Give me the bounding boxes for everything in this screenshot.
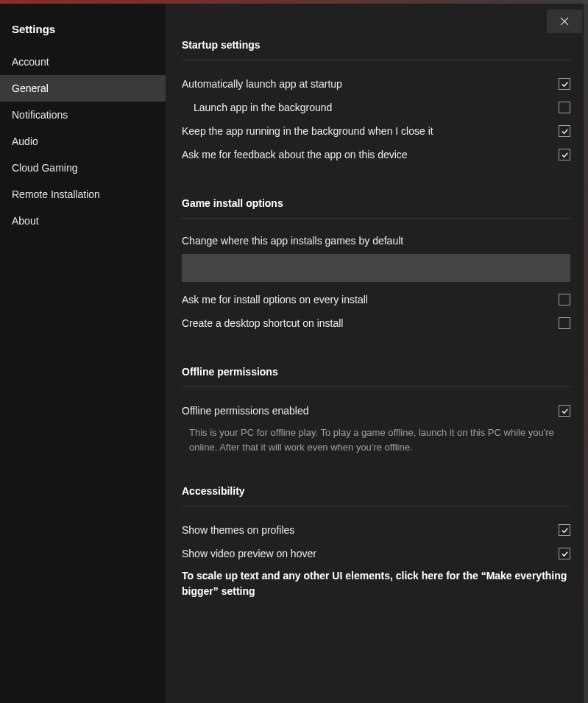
settings-sidebar: Settings AccountGeneralNotificationsAudi… xyxy=(0,4,166,703)
row-launch-bg: Launch app in the background xyxy=(182,96,570,119)
sidebar-item-notifications[interactable]: Notifications xyxy=(0,102,166,128)
checkbox-video-preview[interactable] xyxy=(559,548,570,559)
label-keep-running: Keep the app running in the background w… xyxy=(182,125,433,137)
check-icon xyxy=(561,151,569,159)
label-change-location: Change where this app installs games by … xyxy=(182,230,570,254)
section-title-install: Game install options xyxy=(182,197,570,219)
sidebar-title: Settings xyxy=(0,17,166,49)
close-icon xyxy=(560,17,569,26)
label-desktop-shortcut: Create a desktop shortcut on install xyxy=(182,317,343,329)
scale-settings-link[interactable]: To scale up text and any other UI elemen… xyxy=(182,565,570,599)
checkbox-launch-bg[interactable] xyxy=(559,102,570,113)
offline-helper-text: This is your PC for offline play. To pla… xyxy=(182,423,570,454)
label-offline-enabled: Offline permissions enabled xyxy=(182,405,309,417)
checkbox-themes[interactable] xyxy=(559,524,570,536)
row-offline-enabled: Offline permissions enabled xyxy=(182,399,570,423)
checkbox-auto-launch[interactable] xyxy=(559,78,570,90)
check-icon xyxy=(561,550,569,558)
sidebar-item-general[interactable]: General xyxy=(0,75,166,102)
sidebar-item-account[interactable]: Account xyxy=(0,49,166,75)
label-ask-options: Ask me for install options on every inst… xyxy=(182,294,368,305)
settings-content: Startup settings Automatically launch ap… xyxy=(166,4,588,703)
row-keep-running: Keep the app running in the background w… xyxy=(182,119,570,143)
sidebar-item-cloud-gaming[interactable]: Cloud Gaming xyxy=(0,155,166,181)
row-video-preview: Show video preview on hover xyxy=(182,542,570,565)
check-icon xyxy=(561,526,569,534)
row-themes: Show themes on profiles xyxy=(182,518,570,542)
row-desktop-shortcut: Create a desktop shortcut on install xyxy=(182,311,570,335)
row-feedback: Ask me for feedback about the app on thi… xyxy=(182,143,570,166)
section-title-accessibility: Accessibility xyxy=(182,485,570,506)
checkbox-desktop-shortcut[interactable] xyxy=(559,317,570,329)
install-location-select[interactable] xyxy=(182,254,570,282)
close-button[interactable] xyxy=(547,10,582,33)
label-launch-bg: Launch app in the background xyxy=(182,102,332,113)
checkbox-ask-options[interactable] xyxy=(559,294,570,305)
checkbox-keep-running[interactable] xyxy=(559,125,570,137)
row-auto-launch: Automatically launch app at startup xyxy=(182,72,570,96)
section-title-offline: Offline permissions xyxy=(182,366,570,387)
sidebar-item-remote-installation[interactable]: Remote Installation xyxy=(0,181,166,208)
row-ask-options: Ask me for install options on every inst… xyxy=(182,288,570,311)
label-video-preview: Show video preview on hover xyxy=(182,548,316,559)
section-startup: Startup settings Automatically launch ap… xyxy=(182,39,570,166)
label-themes: Show themes on profiles xyxy=(182,524,294,536)
section-offline: Offline permissions Offline permissions … xyxy=(182,366,570,454)
checkbox-offline-enabled[interactable] xyxy=(559,405,570,417)
check-icon xyxy=(561,127,569,135)
right-edge-decoration xyxy=(584,0,588,703)
checkbox-feedback[interactable] xyxy=(559,149,570,160)
section-title-startup: Startup settings xyxy=(182,39,570,60)
check-icon xyxy=(561,80,569,88)
check-icon xyxy=(561,407,569,415)
sidebar-item-about[interactable]: About xyxy=(0,208,166,234)
label-auto-launch: Automatically launch app at startup xyxy=(182,78,342,90)
section-accessibility: Accessibility Show themes on profiles Sh… xyxy=(182,485,570,599)
label-feedback: Ask me for feedback about the app on thi… xyxy=(182,149,408,160)
section-install: Game install options Change where this a… xyxy=(182,197,570,335)
sidebar-item-audio[interactable]: Audio xyxy=(0,128,166,155)
